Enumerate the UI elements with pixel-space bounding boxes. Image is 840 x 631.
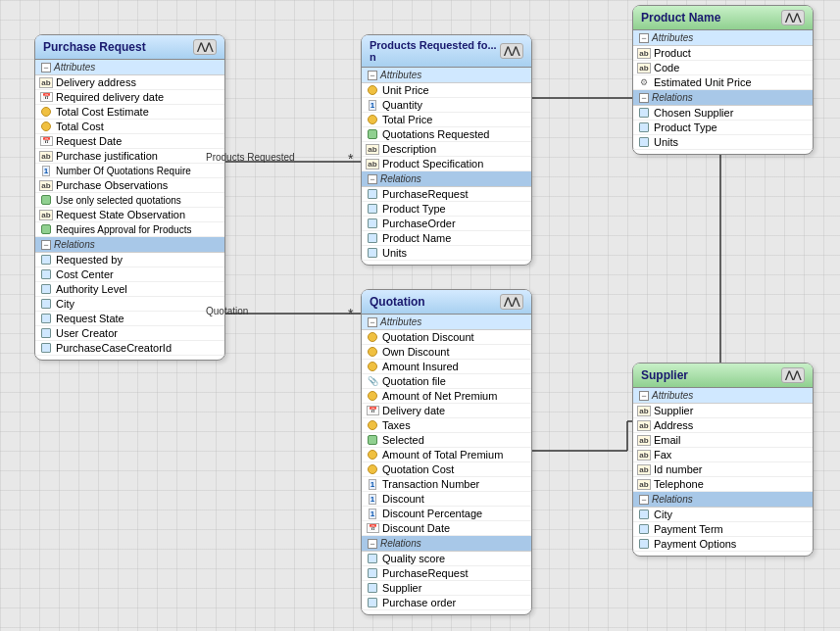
q-attr-toggle[interactable]: − xyxy=(368,317,377,327)
pr-relations-header: − Relations xyxy=(35,237,224,253)
supplier-title: Supplier xyxy=(641,368,688,382)
q-field-1: Quotation Discount xyxy=(362,330,531,345)
link-icon6 xyxy=(39,327,53,339)
link-icon18 xyxy=(366,582,379,594)
ab-icon6: ab xyxy=(366,158,379,170)
link-icon19 xyxy=(366,597,379,608)
supplier-entity: Supplier ⋀⋀ − Attributes ab Supplier ab … xyxy=(632,363,814,557)
bool-icon4 xyxy=(366,434,379,446)
link-icon2 xyxy=(39,268,53,280)
num-icon5: 1 xyxy=(366,508,379,519)
pn-attributes-header: − Attributes xyxy=(633,30,813,46)
link-icon22 xyxy=(637,538,651,550)
ab-icon4: ab xyxy=(39,209,53,220)
pr-rel-3: Authority Level xyxy=(35,282,224,297)
prd-field-2: 1 Quantity xyxy=(362,98,531,113)
s-rel-2: Payment Term xyxy=(633,522,813,537)
q-field-4: 📎 Quotation file xyxy=(362,374,531,389)
prd-field-1: Unit Price xyxy=(362,83,531,98)
ab-icon: ab xyxy=(39,76,53,88)
coin-icon7 xyxy=(366,361,379,372)
pr-attributes-header: − Attributes xyxy=(35,60,224,75)
prd-rel-4: Product Name xyxy=(362,231,531,246)
pr-field-9: Use only selected quotations xyxy=(35,193,224,208)
q-rel-3: Supplier xyxy=(362,581,531,596)
s-field-4: ab Fax xyxy=(633,448,813,462)
link-icon20 xyxy=(637,509,651,520)
q-field-11: 1 Transaction Number xyxy=(362,477,531,492)
bool-icon xyxy=(39,194,53,206)
pr-field-3: Total Cost Estimate xyxy=(35,105,224,120)
pr-field-2: 📅 Required delivery date xyxy=(35,90,224,105)
pr-rel-4: City xyxy=(35,297,224,312)
s-rel-toggle[interactable]: − xyxy=(639,495,649,505)
link-icon3 xyxy=(39,283,53,295)
quotation-label: Quotation xyxy=(206,306,248,316)
q-field-8: Selected xyxy=(362,433,531,448)
ab-icon7: ab xyxy=(637,47,651,59)
s-field-2: ab Address xyxy=(633,418,813,433)
supplier-header: Supplier ⋀⋀ xyxy=(633,364,813,388)
coin-icon4 xyxy=(366,114,379,125)
q-field-12: 1 Discount xyxy=(362,492,531,507)
date-icon2: 📅 xyxy=(39,135,53,147)
q-field-13: 1 Discount Percentage xyxy=(362,507,531,521)
prd-rel-toggle[interactable]: − xyxy=(368,174,377,184)
coin-icon5 xyxy=(366,331,379,343)
prd-field-3: Total Price xyxy=(362,113,531,127)
q-field-14: 📅 Discount Date xyxy=(362,521,531,536)
bool-icon3 xyxy=(366,128,379,140)
pr-rel-6: User Creator xyxy=(35,326,224,341)
date-icon3: 📅 xyxy=(366,405,379,416)
bool-icon2 xyxy=(39,223,53,235)
products-requested-collapse[interactable]: ⋀⋀ xyxy=(500,43,523,59)
product-name-entity: Product Name ⋀⋀ − Attributes ab Product … xyxy=(632,5,814,155)
link-icon5 xyxy=(39,313,53,324)
pn-rel-2: Product Type xyxy=(633,121,813,135)
pn-relations-header: − Relations xyxy=(633,90,813,106)
pr-rel-2: Cost Center xyxy=(35,267,224,282)
coin-icon11 xyxy=(366,463,379,475)
q-attributes-header: − Attributes xyxy=(362,315,531,330)
q-field-5: Amount of Net Premium xyxy=(362,389,531,404)
link-icon21 xyxy=(637,523,651,535)
pr-attr-toggle[interactable]: − xyxy=(41,63,51,73)
link-icon xyxy=(39,254,53,266)
pr-rel-1: Requested by xyxy=(35,253,224,267)
coin-icon10 xyxy=(366,449,379,461)
star2-label: * xyxy=(348,306,353,321)
pr-rel-toggle[interactable]: − xyxy=(41,240,51,250)
purchase-request-collapse[interactable]: ⋀⋀ xyxy=(193,39,217,55)
q-field-3: Amount Insured xyxy=(362,360,531,374)
prd-rel-1: PurchaseRequest xyxy=(362,187,531,202)
link-icon4 xyxy=(39,298,53,310)
ab-icon3: ab xyxy=(39,179,53,191)
prd-attr-toggle[interactable]: − xyxy=(368,71,377,80)
gear-icon: ⚙ xyxy=(637,76,651,88)
pn-field-2: ab Code xyxy=(633,61,813,75)
q-rel-toggle[interactable]: − xyxy=(368,539,377,549)
pr-field-7: 1 Number Of Quotations Require xyxy=(35,164,224,178)
pn-field-3: ⚙ Estimated Unit Price xyxy=(633,75,813,90)
ab-icon11: ab xyxy=(637,434,651,446)
link-icon7 xyxy=(39,342,53,354)
pr-field-4: Total Cost xyxy=(35,120,224,134)
products-requested-header: Products Requested fo... n ⋀⋀ xyxy=(362,35,531,68)
num-icon2: 1 xyxy=(366,99,379,111)
star1-label: * xyxy=(348,151,353,167)
s-attr-toggle[interactable]: − xyxy=(639,391,649,401)
prd-field-6: ab Product Specification xyxy=(362,157,531,171)
ab-icon10: ab xyxy=(637,419,651,431)
prd-rel-3: PurchaseOrder xyxy=(362,217,531,231)
prd-rel-5: Units xyxy=(362,246,531,261)
prd-relations-header: − Relations xyxy=(362,171,531,187)
pr-field-8: ab Purchase Observations xyxy=(35,178,224,193)
purchase-request-title: Purchase Request xyxy=(43,40,146,54)
quotation-collapse[interactable]: ⋀⋀ xyxy=(500,294,523,310)
product-name-collapse[interactable]: ⋀⋀ xyxy=(781,10,805,25)
pn-attr-toggle[interactable]: − xyxy=(639,33,649,43)
supplier-collapse[interactable]: ⋀⋀ xyxy=(781,367,805,383)
pn-rel-toggle[interactable]: − xyxy=(639,93,649,103)
link-icon15 xyxy=(637,136,651,148)
prd-rel-2: Product Type xyxy=(362,202,531,217)
